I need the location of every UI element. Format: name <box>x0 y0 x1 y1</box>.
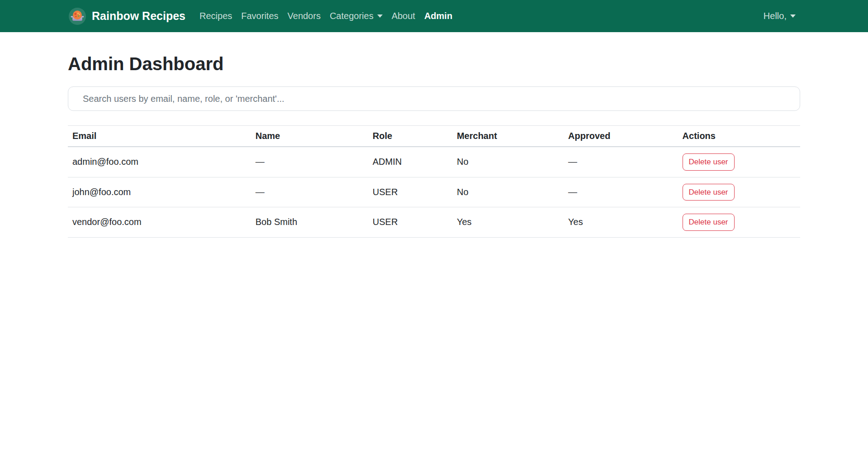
cell-role: USER <box>368 177 452 207</box>
chevron-down-icon <box>377 14 383 18</box>
delete-user-button[interactable]: Delete user <box>683 214 735 231</box>
cell-role: ADMIN <box>368 147 452 177</box>
column-header-name: Name <box>251 126 368 147</box>
user-menu-label: Hello, <box>764 11 787 21</box>
cell-approved: — <box>564 147 678 177</box>
brand-title: Rainbow Recipes <box>92 10 185 23</box>
cell-merchant: No <box>452 147 564 177</box>
delete-user-button[interactable]: Delete user <box>683 153 735 171</box>
cell-actions: Delete user <box>678 207 800 238</box>
cell-actions: Delete user <box>678 177 800 207</box>
table-row: vendor@foo.com Bob Smith USER Yes Yes De… <box>68 207 800 238</box>
cell-email: vendor@foo.com <box>68 207 251 238</box>
column-header-email: Email <box>68 126 251 147</box>
users-table: Email Name Role Merchant Approved Action… <box>68 125 800 238</box>
column-header-approved: Approved <box>564 126 678 147</box>
cell-approved: — <box>564 177 678 207</box>
cell-actions: Delete user <box>678 147 800 177</box>
search-input[interactable] <box>68 86 800 111</box>
cell-name: — <box>251 177 368 207</box>
nav-item-categories-dropdown[interactable]: Categories <box>325 11 387 21</box>
cell-role: USER <box>368 207 452 238</box>
cell-name: — <box>251 147 368 177</box>
brand-link[interactable]: Rainbow Recipes <box>69 8 185 25</box>
cell-email: john@foo.com <box>68 177 251 207</box>
nav-item-admin[interactable]: Admin <box>420 11 457 21</box>
column-header-merchant: Merchant <box>452 126 564 147</box>
cell-merchant: No <box>452 177 564 207</box>
column-header-actions: Actions <box>678 126 800 147</box>
page-title: Admin Dashboard <box>68 54 800 74</box>
user-menu-dropdown[interactable]: Hello, <box>764 11 796 21</box>
cell-email: admin@foo.com <box>68 147 251 177</box>
nav-item-favorites[interactable]: Favorites <box>237 11 283 21</box>
main-content: Admin Dashboard Email Name Role Merchant… <box>0 32 868 238</box>
pan-of-food-icon <box>69 8 86 25</box>
table-row: john@foo.com — USER No — Delete user <box>68 177 800 207</box>
cell-merchant: Yes <box>452 207 564 238</box>
column-header-role: Role <box>368 126 452 147</box>
chevron-down-icon <box>790 14 796 18</box>
nav-links: Recipes Favorites Vendors Categories Abo… <box>195 11 457 21</box>
nav-item-recipes[interactable]: Recipes <box>195 11 237 21</box>
cell-name: Bob Smith <box>251 207 368 238</box>
nav-item-about[interactable]: About <box>387 11 420 21</box>
table-header-row: Email Name Role Merchant Approved Action… <box>68 126 800 147</box>
nav-item-categories-label: Categories <box>330 11 374 21</box>
cell-approved: Yes <box>564 207 678 238</box>
delete-user-button[interactable]: Delete user <box>683 184 735 201</box>
nav-item-vendors[interactable]: Vendors <box>283 11 325 21</box>
navbar: Rainbow Recipes Recipes Favorites Vendor… <box>0 0 868 32</box>
table-row: admin@foo.com — ADMIN No — Delete user <box>68 147 800 177</box>
